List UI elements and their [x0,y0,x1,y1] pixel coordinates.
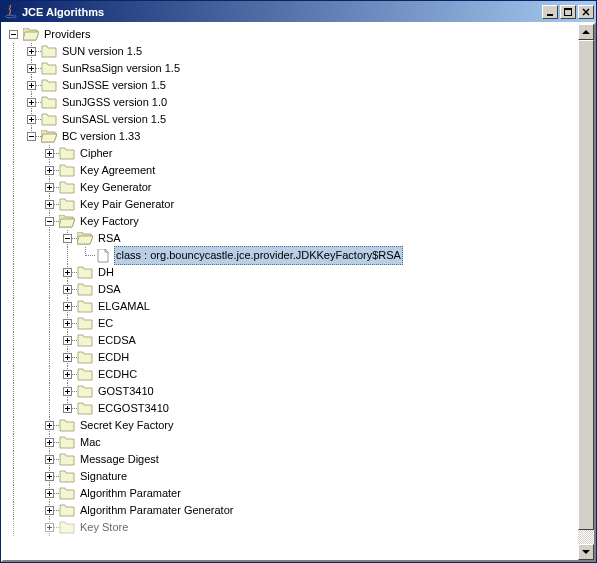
tree-node-rsa[interactable]: RSA [5,230,578,247]
tree-node-cipher[interactable]: Cipher [5,145,578,162]
tree-node-ec[interactable]: EC [5,315,578,332]
title-bar[interactable]: JCE Algorithms [1,1,596,22]
tree-label-selected: class : org.bouncycastle.jce.provider.JD… [114,246,403,265]
folder-icon [77,265,93,281]
tree-node-ecgost3410[interactable]: ECGOST3410 [5,400,578,417]
tree-label: Providers [42,26,92,43]
tree-node-keystore[interactable]: Key Store [5,519,578,536]
app-window: JCE Algorithms Providers [0,0,597,563]
tree-node-keygenerator[interactable]: Key Generator [5,179,578,196]
tree-node-gost3410[interactable]: GOST3410 [5,383,578,400]
tree-node-keypairgenerator[interactable]: Key Pair Generator [5,196,578,213]
tree-label: Secret Key Factory [78,417,176,434]
maximize-button[interactable] [560,5,576,19]
folder-icon [59,435,75,451]
tree-label: GOST3410 [96,383,156,400]
tree-node-sunjsse[interactable]: SunJSSE version 1.5 [5,77,578,94]
folder-icon [59,520,75,536]
window-buttons [542,5,596,19]
tree-label: Message Digest [78,451,161,468]
scroll-track[interactable] [578,40,594,544]
tree-node-dh[interactable]: DH [5,264,578,281]
tree-node-sun[interactable]: SUN version 1.5 [5,43,578,60]
tree-label: Key Store [78,519,130,536]
tree-label: ECDHC [96,366,139,383]
tree-label: Key Generator [78,179,154,196]
java-cup-icon [3,4,19,20]
folder-icon [41,61,57,77]
tree-node-rsa-class[interactable]: class : org.bouncycastle.jce.provider.JD… [5,247,578,264]
folder-icon [77,333,93,349]
file-icon [95,248,111,264]
tree-node-messagedigest[interactable]: Message Digest [5,451,578,468]
tree-node-elgamal[interactable]: ELGAMAL [5,298,578,315]
tree-label: ECDH [96,349,131,366]
tree-label: SunSASL version 1.5 [60,111,168,128]
tree-node-ecdhc[interactable]: ECDHC [5,366,578,383]
tree-node-secretkeyfactory[interactable]: Secret Key Factory [5,417,578,434]
minimize-button[interactable] [542,5,558,19]
folder-icon [77,350,93,366]
svg-rect-1 [547,14,553,16]
tree-label: SunJSSE version 1.5 [60,77,168,94]
scroll-down-button[interactable] [578,544,594,560]
folder-icon [77,367,93,383]
tree-node-algoparamgen[interactable]: Algorithm Paramater Generator [5,502,578,519]
vertical-scrollbar[interactable] [578,24,594,560]
tree-label: SunJGSS version 1.0 [60,94,169,111]
scroll-thumb[interactable] [578,40,594,530]
tree-label: DH [96,264,116,281]
tree-node-mac[interactable]: Mac [5,434,578,451]
tree-viewport[interactable]: Providers SUN version 1.5 SunRsaSign ver… [3,24,578,560]
tree-node-ecdh[interactable]: ECDH [5,349,578,366]
tree-label: EC [96,315,115,332]
tree-node-bc[interactable]: BC version 1.33 [5,128,578,145]
tree-node-dsa[interactable]: DSA [5,281,578,298]
folder-icon [59,197,75,213]
svg-rect-3 [564,8,572,10]
tree-node-providers[interactable]: Providers [5,26,578,43]
tree-node-sunsasl[interactable]: SunSASL version 1.5 [5,111,578,128]
tree-node-sunjgss[interactable]: SunJGSS version 1.0 [5,94,578,111]
folder-icon [59,452,75,468]
tree-label: Algorithm Paramater Generator [78,502,235,519]
folder-open-icon [77,231,93,247]
folder-icon [41,112,57,128]
tree-label: DSA [96,281,123,298]
folder-icon [41,95,57,111]
folder-icon [59,469,75,485]
folder-open-icon [41,129,57,145]
folder-icon [77,316,93,332]
folder-icon [59,180,75,196]
scroll-up-button[interactable] [578,24,594,40]
tree-label: Signature [78,468,129,485]
folder-icon [77,401,93,417]
arrow-up-icon [582,30,590,34]
folder-icon [59,163,75,179]
tree-label: BC version 1.33 [60,128,142,145]
tree-node-signature[interactable]: Signature [5,468,578,485]
tree-label: ELGAMAL [96,298,152,315]
folder-icon [59,146,75,162]
tree-label: Key Factory [78,213,141,230]
folder-icon [41,44,57,60]
folder-icon [77,384,93,400]
tree-label: Mac [78,434,103,451]
tree-node-algoparam[interactable]: Algorithm Paramater [5,485,578,502]
folder-open-icon [59,214,75,230]
arrow-down-icon [582,550,590,554]
tree-label: SunRsaSign version 1.5 [60,60,182,77]
tree-node-ecdsa[interactable]: ECDSA [5,332,578,349]
folder-icon [77,299,93,315]
client-area: Providers SUN version 1.5 SunRsaSign ver… [1,22,596,562]
close-button[interactable] [578,5,594,19]
tree-node-keyfactory[interactable]: Key Factory [5,213,578,230]
tree-label: Key Pair Generator [78,196,176,213]
tree-label: Cipher [78,145,114,162]
tree-label: Algorithm Paramater [78,485,183,502]
folder-open-icon [23,27,39,43]
window-title: JCE Algorithms [22,6,542,18]
tree-node-keyagreement[interactable]: Key Agreement [5,162,578,179]
tree-label: Key Agreement [78,162,157,179]
tree-node-sunrsasign[interactable]: SunRsaSign version 1.5 [5,60,578,77]
